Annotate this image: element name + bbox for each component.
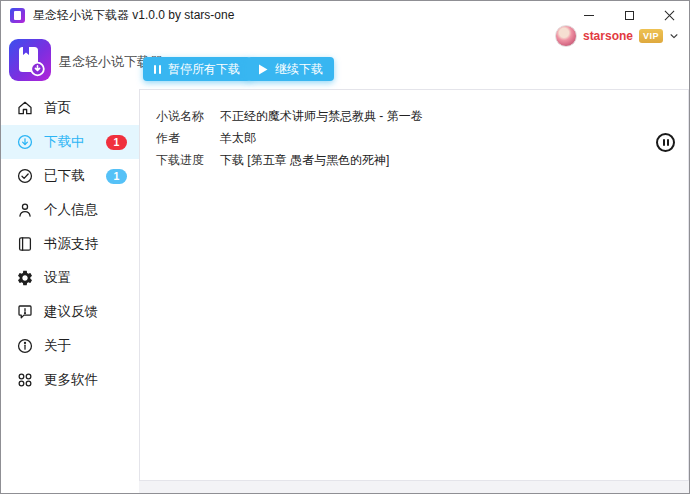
maximize-icon bbox=[625, 11, 634, 20]
downloading-icon bbox=[16, 133, 34, 151]
download-task-card: 小说名称 不正经的魔术讲师与禁忌教典 - 第一卷 作者 羊太郎 下载进度 下载 … bbox=[139, 89, 689, 481]
downloaded-count-badge: 1 bbox=[106, 169, 127, 184]
chevron-down-icon[interactable] bbox=[669, 31, 679, 41]
sidebar: 首页 下载中 1 已下载 1 个人信息 书源支持 bbox=[1, 91, 139, 493]
novel-name-row: 小说名称 不正经的魔术讲师与禁忌教典 - 第一卷 bbox=[156, 109, 672, 123]
sidebar-item-label: 建议反馈 bbox=[44, 303, 98, 321]
app-window: 星念轻小说下载器 v1.0.0 by stars-one 星念轻小说下载器 暂停… bbox=[0, 0, 690, 494]
person-icon bbox=[16, 201, 34, 219]
task-pause-icon bbox=[667, 139, 669, 146]
sidebar-item-label: 更多软件 bbox=[44, 371, 98, 389]
downloaded-icon bbox=[16, 167, 34, 185]
sidebar-item-more-apps[interactable]: 更多软件 bbox=[1, 363, 139, 397]
sidebar-item-label: 设置 bbox=[44, 269, 71, 287]
pause-icon bbox=[154, 65, 161, 74]
home-icon bbox=[16, 99, 34, 117]
avatar[interactable] bbox=[555, 25, 577, 47]
pause-all-downloads-button[interactable]: 暂停所有下载 bbox=[143, 57, 251, 81]
pause-all-label: 暂停所有下载 bbox=[168, 61, 240, 78]
sidebar-item-label: 关于 bbox=[44, 337, 71, 355]
task-pause-icon bbox=[663, 139, 665, 146]
sidebar-item-home[interactable]: 首页 bbox=[1, 91, 139, 125]
close-icon bbox=[664, 10, 675, 21]
sidebar-item-downloaded[interactable]: 已下载 1 bbox=[1, 159, 139, 193]
sidebar-item-settings[interactable]: 设置 bbox=[1, 261, 139, 295]
play-icon bbox=[258, 64, 268, 75]
author-value: 羊太郎 bbox=[220, 131, 256, 145]
novel-name-label: 小说名称 bbox=[156, 109, 208, 123]
downloading-count-badge: 1 bbox=[106, 135, 127, 150]
sidebar-item-book-sources[interactable]: 书源支持 bbox=[1, 227, 139, 261]
about-icon bbox=[16, 337, 34, 355]
sidebar-item-label: 已下载 bbox=[44, 167, 85, 185]
feedback-icon bbox=[16, 303, 34, 321]
pause-task-button[interactable] bbox=[656, 133, 675, 152]
author-row: 作者 羊太郎 bbox=[156, 131, 672, 145]
vip-badge: VIP bbox=[639, 29, 663, 43]
username: starsone bbox=[583, 29, 633, 43]
sidebar-item-profile[interactable]: 个人信息 bbox=[1, 193, 139, 227]
sidebar-item-downloading[interactable]: 下载中 1 bbox=[1, 125, 139, 159]
user-account-menu[interactable]: starsone VIP bbox=[555, 24, 679, 48]
content-area: 小说名称 不正经的魔术讲师与禁忌教典 - 第一卷 作者 羊太郎 下载进度 下载 … bbox=[139, 89, 689, 493]
app-logo-icon bbox=[9, 39, 51, 81]
sidebar-item-label: 个人信息 bbox=[44, 201, 98, 219]
novel-name-value: 不正经的魔术讲师与禁忌教典 - 第一卷 bbox=[220, 109, 423, 123]
progress-row: 下载进度 下载 [第五章 愚者与黑色的死神] bbox=[156, 153, 672, 167]
minimize-icon bbox=[584, 15, 594, 16]
sidebar-item-feedback[interactable]: 建议反馈 bbox=[1, 295, 139, 329]
sidebar-item-about[interactable]: 关于 bbox=[1, 329, 139, 363]
window-title: 星念轻小说下载器 v1.0.0 by stars-one bbox=[33, 7, 234, 24]
book-icon bbox=[16, 235, 34, 253]
sidebar-item-label: 首页 bbox=[44, 99, 71, 117]
progress-value: 下载 [第五章 愚者与黑色的死神] bbox=[220, 153, 389, 167]
gear-icon bbox=[16, 269, 34, 287]
continue-download-button[interactable]: 继续下载 bbox=[247, 57, 334, 81]
app-logo-icon bbox=[10, 8, 25, 23]
more-apps-icon bbox=[16, 371, 34, 389]
sidebar-item-label: 书源支持 bbox=[44, 235, 98, 253]
continue-label: 继续下载 bbox=[275, 61, 323, 78]
author-label: 作者 bbox=[156, 131, 208, 145]
sidebar-item-label: 下载中 bbox=[44, 133, 85, 151]
progress-label: 下载进度 bbox=[156, 153, 208, 167]
